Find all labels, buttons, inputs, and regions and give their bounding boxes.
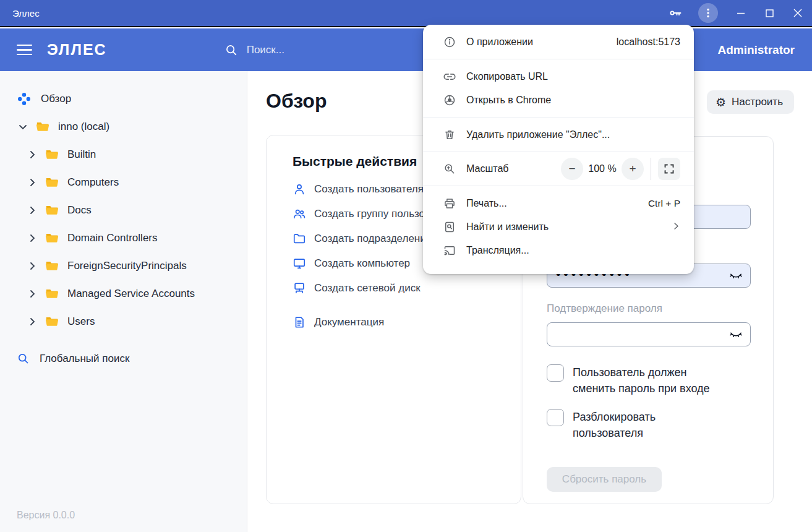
chevron-right-icon[interactable] — [27, 205, 38, 215]
zoom-value: 100 % — [583, 163, 622, 174]
menu-item-cast[interactable]: Трансляция... — [423, 239, 694, 262]
search-icon — [224, 43, 238, 57]
chrome-icon — [443, 94, 456, 106]
sidebar-item-label: Users — [67, 315, 95, 328]
zoom-out-button[interactable]: − — [561, 158, 583, 180]
menu-item-find-edit[interactable]: Найти и изменить — [423, 215, 694, 239]
menu-item-about[interactable]: О приложении localhost:5173 — [423, 25, 694, 59]
reset-password-button[interactable]: Сбросить пароль — [547, 467, 662, 492]
confirm-password-field[interactable] — [547, 322, 751, 346]
chevron-right-icon[interactable] — [27, 233, 38, 243]
sidebar-item-builtin[interactable]: Builtin — [0, 140, 247, 168]
close-button[interactable] — [784, 0, 812, 27]
app-version: Версия 0.0.0 — [17, 510, 75, 521]
folder-icon — [45, 315, 59, 327]
menu-item-uninstall[interactable]: Удалить приложение "Эллес"... — [423, 118, 694, 152]
sidebar-item-label: Managed Service Accounts — [67, 288, 195, 300]
sidebar-item-label: Computers — [67, 176, 119, 189]
sidebar-item-label: Domain Controllers — [67, 232, 158, 244]
search-input[interactable] — [247, 44, 395, 56]
folder-icon — [45, 148, 59, 160]
sidebar-item-overview[interactable]: Обзор — [0, 85, 247, 113]
sidebar-item-computers[interactable]: Computers — [0, 168, 247, 196]
app-menu: О приложении localhost:5173 Скопировать … — [423, 25, 694, 274]
fullscreen-icon — [664, 164, 674, 174]
current-user[interactable]: Administrator — [717, 43, 795, 57]
sidebar-item-domain-controllers[interactable]: Domain Controllers — [0, 224, 247, 252]
sidebar-item-foreign-security-principals[interactable]: ForeignSecurityPrincipals — [0, 252, 247, 280]
titlebar: Эллес — [0, 0, 812, 27]
minimize-button[interactable] — [727, 0, 755, 27]
folder-icon — [45, 204, 59, 216]
find-in-page-icon — [443, 221, 456, 233]
chevron-right-icon[interactable] — [27, 150, 38, 160]
eye-closed-icon[interactable] — [729, 270, 743, 285]
sidebar-item-label: Обзор — [41, 93, 71, 105]
link-icon — [443, 71, 456, 83]
folder-icon — [45, 176, 59, 188]
window-title: Эллес — [12, 8, 40, 19]
eye-closed-icon[interactable] — [729, 328, 743, 343]
document-icon — [293, 315, 306, 329]
sidebar: Обзор inno (local) Builtin — [0, 71, 247, 532]
maximize-button[interactable] — [755, 0, 784, 27]
folder-icon — [45, 288, 59, 299]
search-icon — [17, 352, 30, 365]
folder-open-icon — [36, 121, 49, 132]
cast-icon — [443, 244, 456, 257]
checkbox[interactable] — [547, 409, 564, 426]
sidebar-item-label: inno (local) — [58, 121, 109, 133]
password-key-icon[interactable] — [665, 2, 686, 24]
folder-icon — [45, 260, 59, 272]
app-logo: ЭЛЛЕС — [47, 41, 107, 59]
menu-item-zoom: Масштаб − 100 % + — [423, 152, 694, 186]
configure-button[interactable]: ⚙ Настроить — [707, 90, 794, 114]
printer-icon — [443, 197, 456, 210]
user-group-icon — [293, 207, 306, 221]
computer-icon — [293, 257, 306, 270]
chevron-right-icon[interactable] — [27, 261, 38, 271]
sidebar-item-users[interactable]: Users — [0, 307, 247, 335]
folder-icon — [293, 232, 306, 246]
trash-icon — [443, 129, 456, 141]
chevron-right-icon[interactable] — [27, 289, 38, 299]
checkbox-unlock-user[interactable]: Разблокировать пользователя — [547, 409, 750, 441]
sidebar-item-domain[interactable]: inno (local) — [0, 113, 247, 140]
folder-icon — [45, 232, 59, 244]
gear-icon: ⚙ — [716, 97, 726, 108]
zoom-in-icon — [443, 163, 456, 175]
action-documentation[interactable]: Документация — [293, 310, 521, 335]
chevron-right-icon[interactable] — [27, 317, 38, 327]
menu-item-copy-url[interactable]: Скопировать URL — [423, 65, 694, 88]
zoom-in-button[interactable]: + — [622, 158, 644, 180]
print-shortcut: Ctrl + P — [648, 198, 680, 209]
app-window: Эллес ЭЛЛЕС — [0, 0, 812, 532]
sidebar-item-docs[interactable]: Docs — [0, 196, 247, 224]
sidebar-item-global-search[interactable]: Глобальный поиск — [0, 345, 247, 372]
submenu-chevron-icon — [672, 221, 680, 233]
user-icon — [293, 182, 306, 196]
fullscreen-button[interactable] — [658, 158, 680, 180]
app-menu-dots-icon[interactable] — [698, 3, 718, 23]
app-origin: localhost:5173 — [617, 36, 680, 48]
network-drive-icon — [293, 281, 306, 295]
confirm-password-label: Подтверждение пароля — [547, 302, 750, 315]
info-icon — [443, 36, 456, 48]
menu-item-print[interactable]: Печать... Ctrl + P — [423, 192, 694, 215]
checkbox-must-change-password[interactable]: Пользователь должен сменить пароль при в… — [547, 364, 750, 397]
page-title: Обзор — [266, 90, 327, 113]
chevron-right-icon[interactable] — [27, 178, 38, 187]
hamburger-menu-icon[interactable] — [17, 45, 32, 56]
header-search[interactable] — [224, 43, 395, 57]
chevron-down-icon[interactable] — [17, 122, 28, 132]
overview-clover-icon — [17, 92, 31, 106]
menu-item-open-in-chrome[interactable]: Открыть в Chrome — [423, 88, 694, 112]
sidebar-item-managed-service-accounts[interactable]: Managed Service Accounts — [0, 280, 247, 307]
sidebar-item-label: ForeignSecurityPrincipals — [67, 260, 187, 272]
checkbox[interactable] — [547, 364, 564, 382]
sidebar-item-label: Builtin — [67, 148, 96, 161]
sidebar-item-label: Глобальный поиск — [40, 353, 129, 365]
action-create-network-drive[interactable]: Создать сетевой диск — [293, 276, 521, 301]
sidebar-item-label: Docs — [67, 204, 92, 217]
